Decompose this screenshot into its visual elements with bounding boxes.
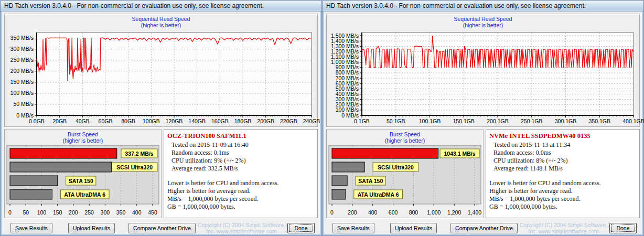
info-line: Random access: 0.1ms: [167, 149, 314, 157]
svg-text:50.1GB: 50.1GB: [387, 118, 405, 124]
info-line: GB = 1,000,000,000 bytes.: [167, 203, 314, 211]
svg-text:SCSI Ultra320: SCSI Ultra320: [378, 164, 414, 170]
svg-text:350: 350: [116, 209, 126, 216]
client-area: Sequential Read Speed (higher is better)…: [2, 12, 320, 234]
svg-text:SCSI Ultra320: SCSI Ultra320: [116, 164, 153, 170]
svg-text:600: 600: [389, 209, 398, 216]
svg-text:150: 150: [53, 209, 62, 216]
info-line: Tested on 2015-11-09 at 16:40: [167, 141, 314, 149]
sequential-chart-title: Sequential Read Speed (higher is better): [327, 14, 639, 28]
svg-text:200 MB/s: 200 MB/s: [10, 68, 34, 74]
sequential-read-chart: 0 MB/s100 MB/s200 MB/s300 MB/s400 MB/s50…: [328, 29, 638, 126]
window-title: HD Tach version 3.0.4.0 - For non-commer…: [326, 2, 586, 9]
svg-text:400.1GB: 400.1GB: [622, 118, 644, 124]
svg-text:100: 100: [37, 209, 47, 216]
burst-chart-title: Burst Speed (higher is better): [327, 130, 483, 144]
hdtach-window-left: HD Tach version 3.0.4.0 - For non-commer…: [0, 0, 322, 236]
svg-text:200GB: 200GB: [257, 118, 274, 124]
svg-text:250.1GB: 250.1GB: [521, 118, 542, 124]
svg-text:40GB: 40GB: [76, 118, 90, 124]
title-bar[interactable]: HD Tach version 3.0.4.0 - For non-commer…: [323, 1, 643, 12]
info-line: MB/s = 1,000,000 bytes per second.: [489, 195, 636, 203]
title-bar[interactable]: HD Tach version 3.0.4.0 - For non-commer…: [1, 1, 321, 12]
svg-text:0.1GB: 0.1GB: [354, 118, 370, 124]
burst-speed-panel: Burst Speed (higher is better) 020040060…: [326, 129, 484, 218]
upload-results-button[interactable]: Upload Results: [390, 223, 437, 233]
svg-text:400: 400: [368, 209, 378, 216]
svg-text:140GB: 140GB: [188, 118, 206, 124]
burst-speed-chart: 02004006008001,0001,2001,4001043.1 MB/sS…: [328, 144, 482, 218]
svg-text:450: 450: [148, 209, 157, 216]
done-button[interactable]: Done: [287, 223, 315, 233]
svg-text:50: 50: [23, 209, 29, 216]
svg-text:50 MB/s: 50 MB/s: [13, 101, 34, 107]
svg-text:1,500 MB/s: 1,500 MB/s: [331, 33, 359, 39]
hdtach-window-right: HD Tach version 3.0.4.0 - For non-commer…: [322, 0, 644, 236]
svg-text:337.2 MB/s: 337.2 MB/s: [125, 151, 153, 157]
svg-text:1,000: 1,000: [427, 209, 441, 216]
info-line: Higher is better for average read.: [167, 187, 314, 195]
svg-text:60GB: 60GB: [99, 118, 113, 124]
svg-text:0 MB/s: 0 MB/s: [16, 112, 34, 119]
sequential-read-panel: Sequential Read Speed (higher is better)…: [4, 14, 318, 127]
button-row: Save Results Upload Results Compare Anot…: [326, 222, 640, 233]
svg-text:160GB: 160GB: [211, 118, 229, 124]
drive-notes: Lower is better for CPU and random acces…: [167, 179, 314, 211]
info-line: CPU utilization: 9% (+/- 2%): [167, 157, 314, 165]
upload-results-button[interactable]: Upload Results: [68, 223, 115, 233]
copyright-text: Copyright (C) 2004 Simpli Software, Inc.…: [518, 222, 609, 234]
sequential-read-panel: Sequential Read Speed (higher is better)…: [326, 14, 640, 127]
sequential-read-chart: 0 MB/s50 MB/s100 MB/s150 MB/s200 MB/s250…: [6, 29, 316, 126]
svg-text:400: 400: [132, 209, 142, 216]
svg-text:250 MB/s: 250 MB/s: [10, 57, 34, 63]
button-row: Save Results Upload Results Compare Anot…: [4, 222, 318, 233]
svg-text:150 MB/s: 150 MB/s: [10, 79, 34, 85]
burst-speed-chart: 050100150200250300350400450337.2 MB/sSCS…: [6, 144, 160, 218]
svg-text:0: 0: [8, 209, 12, 216]
svg-text:0: 0: [330, 209, 334, 216]
svg-text:150.1GB: 150.1GB: [453, 118, 475, 124]
save-results-button[interactable]: Save Results: [332, 223, 374, 233]
drive-name: OCZ-TRION100 SAFM11.1: [167, 132, 314, 140]
window-title: HD Tach version 3.0.4.0 - For non-commer…: [4, 2, 264, 9]
done-button[interactable]: Done: [609, 223, 637, 233]
svg-text:800: 800: [409, 209, 418, 216]
burst-chart-title: Burst Speed (higher is better): [5, 130, 161, 144]
save-results-button[interactable]: Save Results: [10, 223, 52, 233]
svg-text:20GB: 20GB: [52, 118, 67, 124]
info-line: Lower is better for CPU and random acces…: [167, 179, 314, 187]
info-line: MB/s = 1,000,000 bytes per second.: [167, 195, 314, 203]
svg-text:220GB: 220GB: [280, 118, 297, 124]
svg-text:80GB: 80GB: [121, 118, 135, 124]
svg-text:SATA 150: SATA 150: [358, 178, 383, 184]
svg-text:1043.1 MB/s: 1043.1 MB/s: [444, 151, 475, 157]
svg-text:300 MB/s: 300 MB/s: [10, 46, 34, 52]
info-line: Average read: 1148.1 MB/s: [489, 165, 636, 173]
svg-text:1,200: 1,200: [447, 209, 461, 216]
drive-details: Tested on 2015-11-09 at 16:40Random acce…: [167, 141, 314, 173]
drive-notes: Lower is better for CPU and random acces…: [489, 179, 636, 211]
svg-text:ATA UltraDMA 6: ATA UltraDMA 6: [64, 191, 105, 198]
svg-text:100GB: 100GB: [143, 118, 160, 124]
compare-another-drive-button[interactable]: Compare Another Drive: [128, 223, 196, 233]
info-line: Lower is better for CPU and random acces…: [489, 179, 636, 187]
svg-text:200.1GB: 200.1GB: [487, 118, 508, 124]
svg-text:100 MB/s: 100 MB/s: [10, 90, 34, 96]
info-line: CPU utilization: 8% (+/- 2%): [489, 157, 636, 165]
svg-text:120GB: 120GB: [166, 118, 183, 124]
svg-text:250: 250: [84, 209, 94, 216]
svg-text:180GB: 180GB: [234, 118, 252, 124]
info-line: Random access: 0.0ms: [489, 149, 636, 157]
svg-text:0.0GB: 0.0GB: [29, 118, 45, 124]
svg-text:240GB: 240GB: [303, 118, 320, 124]
drive-details: Tested on 2015-11-13 at 11:34Random acce…: [489, 141, 636, 173]
svg-text:350.1GB: 350.1GB: [589, 118, 610, 124]
sequential-chart-title: Sequential Read Speed (higher is better): [5, 14, 317, 28]
svg-text:SATA 150: SATA 150: [69, 178, 93, 184]
svg-text:200: 200: [348, 209, 357, 216]
drive-info-panel: NVMe INTEL SSDPEDMW40 0135 Tested on 201…: [486, 129, 640, 218]
burst-speed-panel: Burst Speed (higher is better) 050100150…: [4, 129, 162, 218]
svg-text:ATA UltraDMA 6: ATA UltraDMA 6: [358, 191, 399, 198]
info-line: GB = 1,000,000,000 bytes.: [489, 203, 636, 211]
compare-another-drive-button[interactable]: Compare Another Drive: [450, 223, 518, 233]
